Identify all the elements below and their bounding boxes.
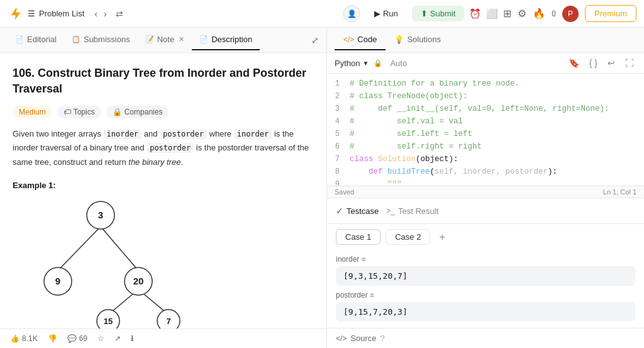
timer-icon[interactable]: ⏰	[469, 8, 481, 20]
test-inputs: inorder = [9,3,15,20,7] postorder = [9,1…	[327, 250, 644, 328]
tab-testcase[interactable]: ✓ Testcase	[336, 203, 379, 218]
svg-text:3: 3	[98, 210, 103, 220]
run-button[interactable]: ▶ Run	[365, 6, 407, 21]
code-format-icon[interactable]: { }	[587, 57, 600, 69]
user-avatar[interactable]: P	[562, 6, 579, 22]
code-editor[interactable]: 1 # Definition for a binary tree node. 2…	[327, 74, 644, 186]
difficulty-badge[interactable]: Medium	[13, 106, 52, 118]
language-selector[interactable]: Python ▼ 🔒 Auto	[335, 59, 407, 68]
svg-text:👤: 👤	[347, 9, 356, 18]
leetcode-logo[interactable]	[8, 6, 23, 21]
tab-editorial[interactable]: 📄 Editorial	[8, 30, 64, 50]
postorder-code2: postorder	[147, 143, 194, 153]
expand-panel-icon[interactable]: ⤢	[311, 35, 319, 45]
fire-count: 0	[552, 9, 556, 18]
companies-tag[interactable]: 🔒 Companies	[106, 106, 169, 118]
problem-title: 106. Construct Binary Tree from Inorder …	[13, 65, 314, 97]
premium-button[interactable]: Premium	[585, 5, 636, 22]
code-line: 6 # self.right = right	[327, 142, 644, 154]
postorder-label: postorder =	[336, 291, 635, 300]
source-help-icon[interactable]: ?	[380, 334, 385, 343]
close-note-icon[interactable]: ✕	[179, 35, 184, 43]
inorder-label: inorder =	[336, 255, 635, 264]
code-tabs: </> Code 💡 Solutions	[327, 28, 644, 53]
postorder-code: postorder	[160, 129, 207, 139]
example-label: Example 1:	[13, 181, 314, 190]
comment-button[interactable]: 💬 69	[67, 334, 87, 343]
thumbs-down-icon: 👎	[48, 334, 57, 343]
upload-icon: ⬆	[421, 9, 428, 18]
save-status: Saved	[335, 188, 354, 196]
svg-line-3	[101, 227, 138, 271]
fullscreen-icon[interactable]: ⛶	[623, 57, 636, 69]
editorial-icon: 📄	[15, 35, 24, 43]
svg-line-2	[58, 227, 101, 271]
tab-note[interactable]: 📝 Note ✕	[138, 30, 192, 50]
grid-icon[interactable]: ⊞	[503, 8, 511, 20]
testcase-tab-bar: ✓ Testcase >_ Test Result	[327, 198, 644, 224]
nav-right-section: ⊞ ⚙ 🔥 0 P Premium	[503, 5, 636, 22]
terminal-icon: >_	[386, 206, 395, 215]
share-button[interactable]: ↗	[114, 334, 121, 343]
info-icon: ℹ	[131, 334, 134, 343]
like-button[interactable]: 👍 8.1K	[10, 334, 38, 343]
add-case-button[interactable]: +	[435, 230, 448, 244]
nav-arrows: ‹ ›	[92, 8, 109, 20]
code-line: 3 # def __init__(self, val=0, left=None,…	[327, 104, 644, 116]
main-content: 📄 Editorial 📋 Submissions 📝 Note ✕ 📄 Des…	[0, 28, 644, 348]
tab-code[interactable]: </> Code	[335, 30, 386, 50]
fire-icon: 🔥	[533, 8, 545, 20]
bookmark-button[interactable]: ☆	[97, 334, 104, 343]
layout-icon[interactable]: ⬜	[486, 8, 498, 20]
code-line: 9 """	[327, 179, 644, 186]
check-icon: ✓	[336, 206, 343, 216]
code-line: 2 # class TreeNode(object):	[327, 91, 644, 104]
tab-test-result[interactable]: >_ Test Result	[386, 204, 438, 218]
dislike-button[interactable]: 👎	[48, 334, 57, 343]
thumbs-up-icon: 👍	[10, 334, 19, 343]
solutions-icon: 💡	[394, 35, 404, 44]
play-icon: ▶	[374, 9, 380, 18]
case-1-tab[interactable]: Case 1	[336, 229, 380, 245]
postorder-value[interactable]: [9,15,7,20,3]	[336, 302, 635, 322]
topics-tag[interactable]: 🏷 Topics	[57, 106, 101, 118]
tab-submissions[interactable]: 📋 Submissions	[64, 30, 138, 50]
cursor-position: Ln 1, Col 1	[603, 188, 636, 196]
prev-problem-button[interactable]: ‹	[92, 8, 100, 20]
case-2-tab[interactable]: Case 2	[386, 229, 430, 245]
nav-center-actions: 👤 ▶ Run ⬆ Submit ⏰ ⬜	[343, 5, 498, 23]
undo-icon[interactable]: ↩	[605, 57, 618, 69]
code-line: 4 # self.val = val	[327, 116, 644, 129]
problem-content: 106. Construct Binary Tree from Inorder …	[0, 53, 326, 328]
problem-description: Given two integer arrays inorder and pos…	[13, 127, 314, 169]
submissions-icon: 📋	[72, 35, 80, 43]
editor-status-bar: Saved Ln 1, Col 1	[327, 186, 644, 198]
svg-text:20: 20	[133, 276, 144, 286]
info-button[interactable]: ℹ	[131, 334, 134, 343]
svg-text:9: 9	[55, 276, 60, 286]
shuffle-button[interactable]: ⇄	[116, 9, 123, 19]
submit-button[interactable]: ⬆ Submit	[412, 6, 464, 21]
inorder-value[interactable]: [9,3,15,20,7]	[336, 266, 635, 286]
tree-diagram: 3 9 20 15 7	[13, 196, 314, 328]
problem-list-link[interactable]: ☰ Problem List	[28, 9, 84, 18]
tab-solutions[interactable]: 💡 Solutions	[386, 30, 449, 50]
comment-count: 69	[79, 334, 87, 343]
lock-icon: 🔒	[113, 108, 122, 116]
avatar-button[interactable]: 👤	[343, 5, 360, 23]
settings-icon[interactable]: ⚙	[518, 8, 526, 20]
top-navigation: ☰ Problem List ‹ › ⇄ 👤 ▶ Run ⬆ Submit ⏰ …	[0, 0, 644, 28]
source-code-icon: </>	[336, 334, 347, 343]
note-icon: 📝	[145, 35, 154, 43]
comment-icon: 💬	[67, 334, 77, 343]
inorder-code2: inorder	[234, 129, 272, 139]
source-row: </> Source ?	[327, 328, 644, 348]
tab-description[interactable]: 📄 Description	[192, 30, 260, 50]
bookmark-code-icon[interactable]: 🔖	[566, 57, 582, 69]
next-problem-button[interactable]: ›	[101, 8, 109, 20]
problem-tags: Medium 🏷 Topics 🔒 Companies	[13, 106, 314, 118]
editor-actions: 🔖 { } ↩ ⛶	[566, 57, 636, 69]
svg-text:15: 15	[104, 317, 113, 326]
panel-tabs: 📄 Editorial 📋 Submissions 📝 Note ✕ 📄 Des…	[0, 28, 326, 53]
code-line: 1 # Definition for a binary tree node.	[327, 79, 644, 91]
